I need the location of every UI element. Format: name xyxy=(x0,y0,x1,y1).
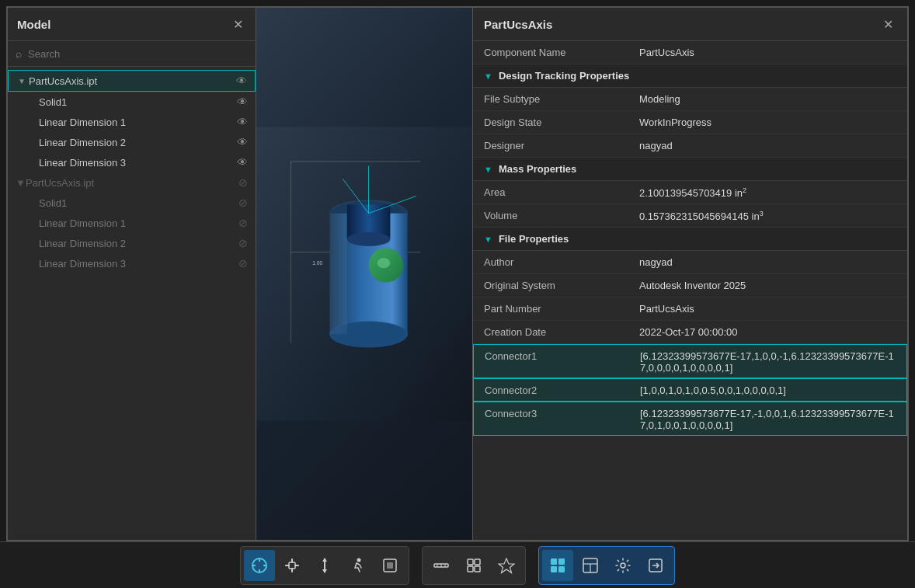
expand-icon: ▼ xyxy=(16,177,26,189)
bottom-toolbar xyxy=(0,541,915,588)
section-mass-properties[interactable]: ▼ Mass Properties xyxy=(473,158,907,181)
select-tool-button[interactable] xyxy=(244,550,275,581)
svg-text:1.00: 1.00 xyxy=(312,260,322,266)
prop-key: Area xyxy=(484,185,639,198)
panel-title: Model xyxy=(17,18,50,31)
svg-point-13 xyxy=(347,232,391,246)
tree-item-partucsaxis-dimmed[interactable]: ▼ PartUcsAxis.ipt ⊘ xyxy=(8,172,256,193)
prop-row-design-state: Design State WorkInProgress xyxy=(473,111,907,134)
svg-marker-37 xyxy=(499,558,514,573)
section-title: Mass Properties xyxy=(499,163,576,175)
visibility-icon[interactable]: 👁 xyxy=(236,75,247,87)
search-icon: ⌕ xyxy=(16,47,22,60)
snap-tool-button[interactable] xyxy=(374,550,405,581)
properties-scroll-area[interactable]: Component Name PartUcsAxis ▼ Design Trac… xyxy=(473,41,907,540)
measure-icon xyxy=(433,557,450,574)
tree-label: Linear Dimension 1 xyxy=(39,217,235,229)
toolbar-group-view xyxy=(538,546,675,585)
tree-label: Linear Dimension 3 xyxy=(39,157,234,169)
visibility-icon[interactable]: 👁 xyxy=(237,136,248,148)
svg-rect-41 xyxy=(558,566,565,572)
tree-item-solid1[interactable]: Solid1 👁 xyxy=(30,92,256,112)
section-title: File Properties xyxy=(499,233,569,245)
visibility-icon[interactable]: 👁 xyxy=(237,116,248,128)
select-icon xyxy=(251,557,268,574)
tree-item-lineardim2-dimmed[interactable]: Linear Dimension 2 ⊘ xyxy=(30,233,256,253)
right-panel-close-button[interactable]: ✕ xyxy=(879,16,896,33)
visibility-icon[interactable]: ⊘ xyxy=(238,176,248,189)
prop-row-author: Author nagyad xyxy=(473,251,907,274)
tree-item-lineardim3-dimmed[interactable]: Linear Dimension 3 ⊘ xyxy=(30,253,256,273)
close-button[interactable]: ✕ xyxy=(229,16,246,33)
svg-point-10 xyxy=(377,258,391,268)
visibility-icon[interactable]: ⊘ xyxy=(238,217,248,229)
prop-key: Connector1 xyxy=(485,349,640,362)
tree-content: ▼ PartUcsAxis.ipt 👁 Solid1 👁 Linear Dime… xyxy=(8,67,256,540)
svg-rect-40 xyxy=(551,566,557,572)
tree-label: Linear Dimension 2 xyxy=(39,137,234,148)
svg-rect-28 xyxy=(387,562,393,569)
visibility-icon[interactable]: ⊘ xyxy=(238,197,248,209)
section-arrow-icon: ▼ xyxy=(484,165,492,174)
snap-icon xyxy=(381,557,398,574)
svg-rect-33 xyxy=(468,559,473,565)
svg-rect-22 xyxy=(289,562,295,569)
move-tool-button[interactable] xyxy=(309,550,340,581)
prop-value: nagyad xyxy=(639,138,896,151)
svg-rect-34 xyxy=(475,559,480,565)
tree-label: Solid1 xyxy=(39,197,235,209)
prop-row-component-name: Component Name PartUcsAxis xyxy=(473,41,907,64)
tree-item-lineardim1[interactable]: Linear Dimension 1 👁 xyxy=(30,112,256,132)
layout-tool-button[interactable] xyxy=(575,550,606,581)
3d-viewport[interactable]: 1.00 xyxy=(256,8,472,540)
settings-button[interactable] xyxy=(607,550,638,581)
prop-row-connector1: Connector1 [6.12323399573677E-17,1,0,0,-… xyxy=(473,344,907,378)
export-icon xyxy=(647,557,664,574)
tree-item-lineardim1-dimmed[interactable]: Linear Dimension 1 ⊘ xyxy=(30,213,256,233)
prop-key: Designer xyxy=(484,138,639,151)
export-button[interactable] xyxy=(640,550,671,581)
settings-icon xyxy=(614,557,631,574)
right-panel-header: PartUcsAxis ✕ xyxy=(473,8,907,41)
visibility-icon[interactable]: ⊘ xyxy=(238,257,248,270)
tree-item-lineardim2[interactable]: Linear Dimension 2 👁 xyxy=(30,132,256,152)
explode-tool-button[interactable] xyxy=(491,550,522,581)
prop-key: Part Number xyxy=(484,301,639,315)
prop-row-file-subtype: File Subtype Modeling xyxy=(473,88,907,111)
prop-row-volume: Volume 0.157362315045694145 in3 xyxy=(473,204,907,228)
pan-tool-button[interactable] xyxy=(277,550,308,581)
prop-key: File Subtype xyxy=(484,92,639,105)
grid-icon xyxy=(549,557,566,574)
prop-row-designer: Designer nagyad xyxy=(473,134,907,158)
prop-value: nagyad xyxy=(639,255,896,268)
svg-rect-38 xyxy=(551,558,557,565)
tree-item-solid1-dimmed[interactable]: Solid1 ⊘ xyxy=(30,193,256,213)
tree-label: Solid1 xyxy=(39,96,234,108)
tree-item-lineardim3-top[interactable]: Linear Dimension 3 👁 xyxy=(30,152,256,172)
visibility-icon[interactable]: 👁 xyxy=(237,96,248,108)
prop-row-connector3: Connector3 [6.12323399573677E-17,-1,0,0,… xyxy=(473,402,907,436)
tree-label: PartUcsAxis.ipt xyxy=(26,177,238,189)
prop-value: [6.12323399573677E-17,1,0,0,-1,6.1232339… xyxy=(640,349,896,374)
tree-label: Linear Dimension 3 xyxy=(39,258,235,270)
move-icon xyxy=(316,557,333,574)
right-panel-title: PartUcsAxis xyxy=(484,18,552,31)
section-design-tracking[interactable]: ▼ Design Tracking Properties xyxy=(473,64,907,88)
walk-tool-button[interactable] xyxy=(342,550,373,581)
measure-tool-button[interactable] xyxy=(426,550,457,581)
tree-item-partucsaxis-active[interactable]: ▼ PartUcsAxis.ipt 👁 xyxy=(8,70,256,92)
tree-label: Linear Dimension 1 xyxy=(39,117,234,128)
visibility-icon[interactable]: ⊘ xyxy=(238,237,248,249)
prop-key: Author xyxy=(484,255,639,268)
prop-row-creation-date: Creation Date 2022-Oct-17 00:00:00 xyxy=(473,321,907,344)
grid-view-button[interactable] xyxy=(542,550,573,581)
prop-value: PartUcsAxis xyxy=(639,45,896,58)
svg-marker-25 xyxy=(322,569,327,573)
prop-row-original-system: Original System Autodesk Inventor 2025 xyxy=(473,274,907,297)
component-tool-button[interactable] xyxy=(458,550,489,581)
visibility-icon[interactable]: 👁 xyxy=(237,156,248,169)
search-input[interactable] xyxy=(28,48,248,60)
section-file-properties[interactable]: ▼ File Properties xyxy=(473,228,907,251)
prop-row-part-number: Part Number PartUcsAxis xyxy=(473,297,907,321)
prop-key: Design State xyxy=(484,115,639,128)
